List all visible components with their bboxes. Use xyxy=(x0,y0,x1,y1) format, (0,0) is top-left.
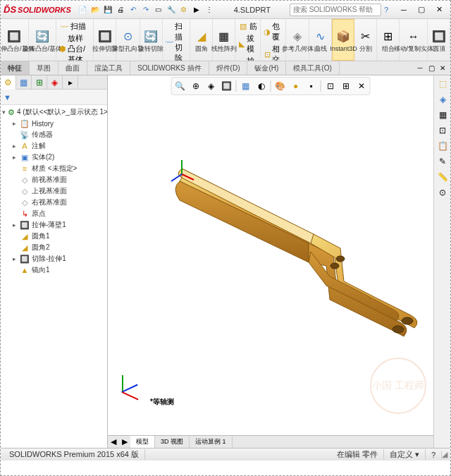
tab-mold[interactable]: 模具工具(O) xyxy=(286,61,339,75)
tree-item[interactable]: ≡材质 <未指定> xyxy=(11,163,106,174)
linear-pattern-button[interactable]: ▦线性阵列 xyxy=(213,19,235,61)
task-view-palette[interactable]: ⊡ xyxy=(435,123,450,138)
extrude-cut-button[interactable]: 🔲拉伸切除 xyxy=(94,19,116,61)
hole-wizard-button[interactable]: ⊙异型孔向导 xyxy=(116,19,140,61)
tree-item[interactable]: ◢圆角1 xyxy=(11,231,106,242)
vp-zoomfit[interactable]: ⊕ xyxy=(189,79,203,93)
vp-section[interactable]: 🔲 xyxy=(220,79,234,93)
move-copy-button[interactable]: ↔移动/复制实体 xyxy=(400,19,428,61)
qat-rebuild[interactable]: 🔧 xyxy=(166,4,177,16)
tree-item[interactable]: ◇右视基准面 xyxy=(11,197,106,208)
tree-tab-feature[interactable]: ⚙ xyxy=(1,75,16,90)
task-design-lib[interactable]: ◈ xyxy=(435,92,450,106)
loft-button[interactable]: ⬢放样凸台/基体 xyxy=(58,32,92,61)
vp-tab-3dview[interactable]: 3D 视图 xyxy=(155,436,190,448)
doc-restore[interactable]: ▢ xyxy=(426,63,436,73)
dome-button[interactable]: 🔲圆顶 xyxy=(428,19,450,61)
tab-sheetmetal[interactable]: 钣金(H) xyxy=(247,61,286,75)
task-custom-props[interactable]: ✎ xyxy=(435,154,450,169)
tree-root[interactable]: ▾⚙4 (默认<<默认>_显示状态 1>) xyxy=(2,106,106,118)
tree-tab-dimxpert[interactable]: ◈ xyxy=(47,75,63,90)
status-resize-grip[interactable]: ◢ xyxy=(442,450,447,459)
vp-tab-prev[interactable]: ◀ xyxy=(108,436,119,448)
qat-redo[interactable]: ↷ xyxy=(140,4,152,16)
task-forum[interactable]: ⊙ xyxy=(435,185,450,200)
instant3d-button[interactable]: 📦Instant3D xyxy=(332,19,354,61)
task-file-explorer[interactable]: ▦ xyxy=(435,108,450,122)
split-button[interactable]: ✂分割 xyxy=(354,19,377,61)
vp-tab-model[interactable]: 模型 xyxy=(130,436,155,448)
tree-item[interactable]: ▸🔲拉伸-薄壁1 xyxy=(11,219,106,231)
doc-close[interactable]: ✕ xyxy=(438,63,447,73)
tab-addins[interactable]: SOLIDWORKS 插件 xyxy=(130,61,209,75)
qat-macro[interactable]: ▶ xyxy=(191,4,202,16)
tab-features[interactable]: 特征 xyxy=(1,61,30,75)
vp-display[interactable]: ▦ xyxy=(239,79,253,93)
qat-settings[interactable]: ⋮ xyxy=(204,4,215,16)
canvas-3d[interactable]: *等轴测 小国 工程师 xyxy=(108,75,433,435)
extrude-boss-button[interactable]: 🔲拉伸凸台/基体 xyxy=(1,19,29,61)
help-icon[interactable]: ? xyxy=(384,6,388,14)
qat-print[interactable]: 🖨 xyxy=(115,4,126,16)
qat-open[interactable]: 📂 xyxy=(89,4,101,16)
wrap-button[interactable]: ◑包覆 xyxy=(262,20,284,43)
vp-render[interactable]: ● xyxy=(289,79,303,93)
tree-tab-config[interactable]: ⊞ xyxy=(32,75,47,90)
status-custom[interactable]: 自定义 ▾ xyxy=(384,449,426,460)
revolve-boss-button[interactable]: 🔄旋转凸台/基体 xyxy=(29,19,57,61)
tree-tab-property[interactable]: ▦ xyxy=(16,75,32,90)
intersect-button[interactable]: ⊡相交 xyxy=(262,43,284,61)
sweep-cut-button[interactable]: 〰扫描切除 xyxy=(164,20,189,61)
tree-item[interactable]: ▸📋History xyxy=(11,118,106,129)
vp-zoom[interactable]: 🔍 xyxy=(173,79,187,93)
vp-appearance[interactable]: 🎨 xyxy=(273,79,288,93)
vp-close[interactable]: ✕ xyxy=(354,79,369,93)
task-resources[interactable]: ⬚ xyxy=(435,77,450,91)
tab-render[interactable]: 渲染工具 xyxy=(87,61,130,75)
revolve-cut-button[interactable]: 🔄旋转切除 xyxy=(140,19,163,61)
draft-button[interactable]: ◣拔模 xyxy=(237,32,259,55)
combine-button[interactable]: ⊞组合 xyxy=(377,19,400,61)
tree-item[interactable]: 📡传感器 xyxy=(11,129,106,140)
tree-item[interactable]: ▸A注解 xyxy=(11,140,106,152)
vp-tab-motion[interactable]: 运动算例 1 xyxy=(190,436,233,448)
status-help[interactable]: ? xyxy=(426,451,442,459)
vp-split[interactable]: ⊞ xyxy=(339,79,353,93)
tree-item[interactable]: ▲镜向1 xyxy=(11,264,106,276)
viewport[interactable]: 🔍 ⊕ ◈ 🔲 ▦ ◐ 🎨 ● ▪ ⊡ ⊞ ✕ xyxy=(108,75,433,448)
qat-save[interactable]: 💾 xyxy=(102,4,113,16)
qat-options[interactable]: ⚙ xyxy=(178,4,190,16)
tab-sketch[interactable]: 草图 xyxy=(30,61,58,75)
vp-grid[interactable]: ⊡ xyxy=(323,79,338,93)
tab-weldments[interactable]: 焊件(D) xyxy=(209,61,248,75)
vp-tab-next[interactable]: ▶ xyxy=(119,436,130,448)
sweep-button[interactable]: 〰扫描 xyxy=(58,20,92,32)
minimize-button[interactable]: ─ xyxy=(395,4,412,16)
ref-geometry-button[interactable]: ◈参考几何体 xyxy=(286,19,309,61)
close-button[interactable]: ✕ xyxy=(431,4,447,16)
qat-undo[interactable]: ↶ xyxy=(128,4,139,16)
tree-tab-display[interactable]: ▸ xyxy=(63,75,78,90)
tree-item[interactable]: ◇前视基准面 xyxy=(11,174,106,185)
task-appearances[interactable]: 📋 xyxy=(435,139,450,153)
fillet-button[interactable]: ◢圆角 xyxy=(190,19,213,61)
task-measure[interactable]: 📏 xyxy=(435,170,450,184)
curves-button[interactable]: ∿曲线 xyxy=(309,19,332,61)
qat-new[interactable]: 📄 xyxy=(77,4,88,16)
rib-button[interactable]: ▧筋 xyxy=(237,20,259,32)
tree-item[interactable]: ↳原点 xyxy=(11,208,106,219)
vp-scene[interactable]: ◐ xyxy=(254,79,268,93)
maximize-button[interactable]: ▢ xyxy=(413,4,430,16)
vp-hide[interactable]: ▪ xyxy=(304,79,319,93)
tree-item[interactable]: ◇上视基准面 xyxy=(11,185,106,197)
doc-minimize[interactable]: ─ xyxy=(415,63,425,73)
vp-view[interactable]: ◈ xyxy=(204,79,218,93)
help-search-input[interactable] xyxy=(290,4,381,16)
qat-select[interactable]: ▭ xyxy=(153,4,164,16)
filter-icon[interactable]: ▼ xyxy=(4,93,11,102)
tab-surfaces[interactable]: 曲面 xyxy=(58,61,87,75)
shell-button[interactable]: ▢抽壳 xyxy=(237,55,259,61)
tree-item[interactable]: ▸▣实体(2) xyxy=(11,152,106,163)
tree-item[interactable]: ▸🔲切除-拉伸1 xyxy=(11,253,106,264)
tree-item[interactable]: ◢圆角2 xyxy=(11,242,106,253)
